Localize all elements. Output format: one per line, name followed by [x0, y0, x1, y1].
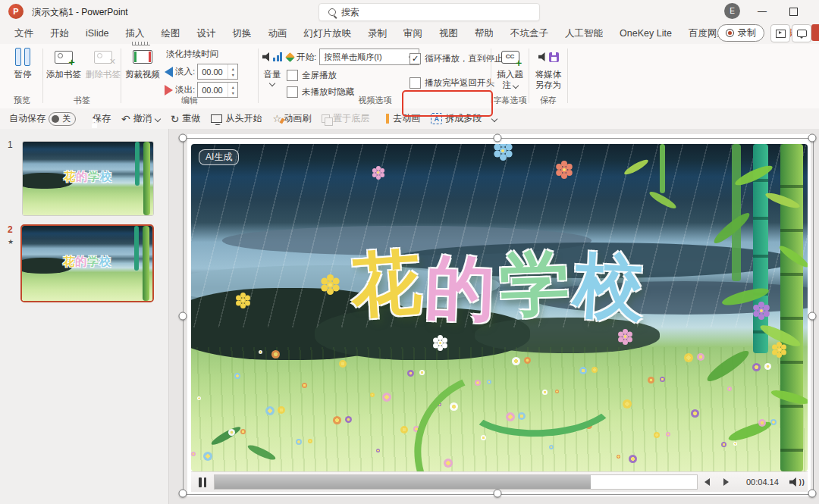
selection-handle-sw[interactable]: [179, 490, 187, 498]
menu-tab-6[interactable]: 切换: [224, 23, 260, 44]
overflow-chevron-icon: [491, 115, 497, 121]
meadow-flower: [660, 377, 665, 382]
group-label-video-options: 视频选项: [259, 95, 491, 106]
fullscreen-checkbox-label: 全屏播放: [302, 70, 337, 81]
animation-painter-button[interactable]: ☆ 动画刷: [272, 112, 311, 125]
ribbon-tab-row: 文件开始iSlide插入绘图设计切换动画幻灯片放映录制审阅视图帮助不坑盒子人工智…: [0, 23, 819, 44]
slide-2-thumbnail[interactable]: 花的学校: [20, 224, 154, 302]
player-step-back-button[interactable]: [704, 478, 710, 486]
trim-video-button[interactable]: 剪裁视频: [122, 47, 163, 80]
meadow-flower: [265, 406, 275, 415]
undo-dropdown-icon[interactable]: [154, 115, 160, 121]
menu-tab-11[interactable]: 视图: [431, 23, 466, 44]
meadow-flower: [419, 370, 425, 375]
from-beginning-button[interactable]: 从头开始: [211, 112, 262, 125]
minimize-button[interactable]: —: [747, 0, 777, 23]
remove-animation-label: 去动画: [393, 112, 420, 125]
menu-tab-8[interactable]: 幻灯片放映: [296, 23, 360, 44]
menu-tab-10[interactable]: 审阅: [395, 23, 431, 44]
slide-1-thumbnail[interactable]: 花的学校: [22, 141, 154, 216]
fade-in-spinner[interactable]: ▴▾: [228, 64, 237, 79]
autosave-toggle[interactable]: 自动保存 关: [9, 112, 79, 126]
autosave-state: 关: [62, 113, 71, 124]
remove-bookmark-label: 删除书签: [86, 69, 121, 80]
save-media-label-2: 另存为: [535, 80, 562, 90]
document-title: 演示文稿1 - PowerPoint: [32, 6, 128, 19]
rewind-checkbox[interactable]: 播放完毕返回开头: [410, 77, 494, 89]
player-progress-track[interactable]: [214, 474, 698, 490]
volume-icon: [262, 52, 282, 61]
add-bookmark-button[interactable]: ＋ 添加书签: [44, 47, 83, 80]
fade-in-value: 00.00: [198, 67, 228, 77]
trim-video-icon: [133, 50, 152, 64]
from-beginning-icon: [211, 114, 222, 123]
menu-tab-5[interactable]: 设计: [189, 23, 224, 44]
fade-in-input[interactable]: 00.00 ▴▾: [197, 64, 238, 80]
menu-tab-12[interactable]: 帮助: [466, 23, 502, 44]
player-volume-button[interactable]: )): [789, 477, 805, 487]
insert-captions-button[interactable]: CC＋ 插入题 注: [494, 47, 526, 90]
undo-label: 撤消: [133, 112, 152, 125]
selection-handle-w[interactable]: [179, 312, 187, 321]
remove-animation-button[interactable]: 去动画: [386, 112, 420, 125]
animation-painter-label: 动画刷: [284, 112, 311, 125]
flower-bloom: [561, 167, 567, 173]
send-to-back-button[interactable]: 置于底层: [322, 112, 369, 125]
search-input[interactable]: 搜索: [318, 3, 540, 21]
selection-handle-se[interactable]: [808, 490, 817, 498]
slide-thumbnail-panel: 1 花的学校 2 ★ 花的学校: [0, 129, 169, 504]
qat-overflow-button[interactable]: [492, 117, 497, 121]
volume-button[interactable]: 音量: [259, 47, 285, 86]
menu-tab-13[interactable]: 不坑盒子: [502, 23, 557, 44]
selection-handle-e[interactable]: [808, 312, 817, 321]
toggle-knob: [52, 115, 59, 123]
autosave-toggle-switch[interactable]: 关: [49, 112, 76, 126]
fade-in-row: 淡入: 00.00 ▴▾: [165, 64, 257, 80]
save-media-as-button[interactable]: 将媒体 另存为: [532, 47, 565, 90]
comments-button[interactable]: [792, 24, 811, 42]
menu-tab-15[interactable]: OneKey Lite: [611, 23, 680, 44]
menu-tab-0[interactable]: 文件: [6, 23, 42, 44]
selection-handle-s[interactable]: [494, 490, 502, 498]
split-segments-button[interactable]: A 拆成多段: [431, 112, 482, 125]
remove-bookmark-button[interactable]: ✕ 删除书签: [83, 47, 123, 80]
menu-tab-14[interactable]: 人工智能: [557, 23, 611, 44]
account-avatar[interactable]: E: [724, 3, 740, 19]
menu-tab-7[interactable]: 动画: [260, 23, 296, 44]
maximize-button[interactable]: [778, 0, 808, 23]
from-beginning-label: 从头开始: [225, 112, 262, 125]
selection-handle-n[interactable]: [494, 134, 502, 142]
meadow-flower: [197, 396, 201, 400]
share-button[interactable]: [811, 24, 819, 41]
comment-icon: [797, 30, 807, 37]
record-button[interactable]: 录制: [717, 24, 764, 42]
selection-handle-ne[interactable]: [808, 134, 817, 142]
rewind-checkbox-box: [410, 77, 421, 89]
undo-button[interactable]: ↶ 撤消: [121, 112, 160, 125]
menu-tab-1[interactable]: 开始: [42, 23, 77, 44]
fade-duration-title: 淡化持续时间: [166, 49, 257, 60]
ai-generated-badge: AI生成: [199, 149, 239, 165]
start-dropdown[interactable]: 按照单击顺序(I): [319, 49, 419, 65]
menu-tab-2[interactable]: iSlide: [77, 23, 118, 44]
player-step-forward-button[interactable]: [723, 478, 729, 486]
pause-button[interactable]: 暂停: [9, 47, 36, 80]
meadow-flower: [271, 350, 280, 358]
player-pause-button[interactable]: [191, 477, 214, 487]
fullscreen-checkbox[interactable]: 全屏播放: [287, 70, 337, 81]
loop-checkbox[interactable]: ✓ 循环播放，直到停止: [410, 53, 504, 64]
present-button[interactable]: [770, 24, 790, 42]
meadow-flower: [333, 416, 341, 424]
group-video-options: 音量 开始: 按照单击顺序(I) 全屏播放 未播放时隐藏 ✓: [259, 44, 491, 108]
menu-tab-4[interactable]: 绘图: [153, 23, 189, 44]
menu-tab-9[interactable]: 录制: [359, 23, 395, 44]
save-button[interactable]: 保存: [89, 112, 111, 125]
redo-button[interactable]: ↻ 重做: [171, 112, 201, 125]
fullscreen-checkbox-box: [287, 70, 298, 81]
selection-handle-nw[interactable]: [179, 134, 187, 142]
group-label-captions: 字幕选项: [492, 95, 528, 106]
video-object[interactable]: 花的学校: [191, 144, 808, 471]
menu-tab-3[interactable]: 插入: [118, 23, 153, 44]
meadow-flower: [376, 449, 380, 452]
quick-access-toolbar: 自动保存 关 保存 ↶ 撤消 ↻ 重做 从头开始 ☆ 动画刷: [0, 108, 819, 130]
